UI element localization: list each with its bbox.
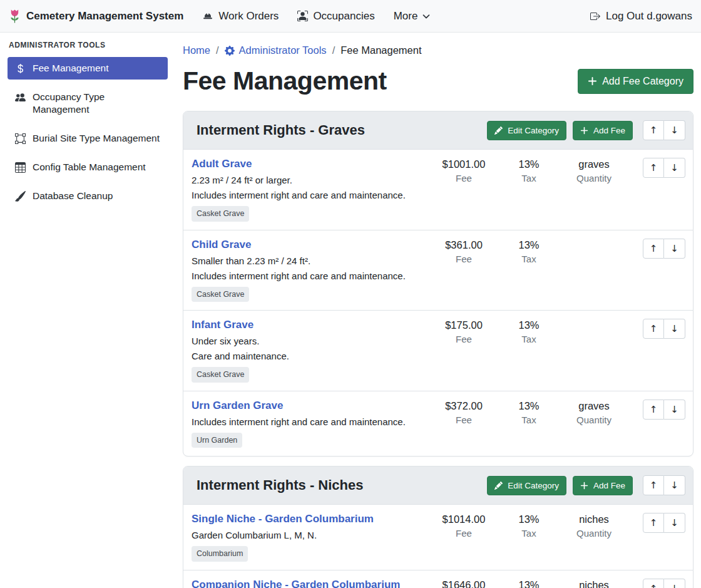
quantity-label: Quantity: [559, 528, 629, 539]
fee-amount-label: Fee: [429, 334, 499, 344]
fee-details: Single Niche - Garden Columbarium Garden…: [192, 513, 429, 562]
plus-icon: [588, 76, 597, 86]
breadcrumb-home-link[interactable]: Home: [183, 44, 210, 56]
fee-amount: $175.00: [429, 319, 499, 331]
add-fee-category-button[interactable]: Add Fee Category: [578, 69, 693, 94]
fee-amount-label: Fee: [429, 173, 499, 183]
fee-reorder-controls: ↑ ↓: [643, 158, 685, 178]
sidebar-item-label: Config Table Management: [33, 161, 146, 173]
gear-icon: [225, 46, 235, 56]
move-fee-up-button[interactable]: ↑: [643, 158, 664, 178]
nav-item-work-orders[interactable]: Work Orders: [202, 10, 279, 23]
sidebar-item-occupancy-type-management[interactable]: Occupancy Type Management: [8, 86, 168, 121]
move-category-up-button[interactable]: ↑: [643, 120, 664, 140]
fee-description: 2.23 m² / 24 ft² or larger.: [192, 173, 422, 187]
fee-description: Includes interment right and care and ma…: [192, 269, 422, 282]
add-fee-button[interactable]: Add Fee: [573, 476, 633, 495]
category-header: Interment Rights - Graves Edit Category …: [183, 111, 693, 150]
move-fee-down-button[interactable]: ↓: [664, 239, 685, 259]
add-fee-label: Add Fee: [593, 126, 625, 135]
fee-name-link[interactable]: Urn Garden Grave: [192, 400, 283, 412]
fee-reorder-controls: ↑ ↓: [643, 579, 685, 588]
tulip-logo-icon: [9, 9, 21, 24]
fee-type-badge: Columbarium: [192, 546, 248, 562]
move-fee-down-button[interactable]: ↓: [664, 513, 685, 533]
tax-column: 13% Tax: [499, 158, 559, 183]
quantity-value: graves: [559, 400, 629, 412]
arrow-up-icon: ↑: [650, 583, 658, 588]
sidebar-item-config-table-management[interactable]: Config Table Management: [8, 156, 168, 178]
tax-label: Tax: [499, 415, 559, 425]
fee-name-link[interactable]: Adult Grave: [192, 158, 252, 170]
move-fee-down-button[interactable]: ↓: [664, 400, 685, 420]
breadcrumb: Home / Administrator Tools / Fee Managem…: [183, 44, 693, 56]
fee-amount-column: $1001.00 Fee: [429, 158, 499, 183]
nav-item-more[interactable]: More: [394, 10, 431, 23]
app-brand[interactable]: Cemetery Management System: [9, 9, 183, 24]
admin-tools-sidebar: ADMINISTRATOR TOOLS Fee Management Occup…: [0, 33, 175, 222]
tax-label: Tax: [499, 334, 559, 344]
fee-amount-column: $372.00 Fee: [429, 400, 499, 425]
fee-description: Care and maintenance.: [192, 349, 422, 363]
fee-description: Garden Columbarium L, M, N.: [192, 529, 422, 542]
fee-reorder-controls: ↑ ↓: [643, 513, 685, 533]
fee-amount-column: $361.00 Fee: [429, 239, 499, 264]
sidebar-item-burial-site-type-management[interactable]: Burial Site Type Management: [8, 127, 168, 150]
fee-name-link[interactable]: Companion Niche - Garden Columbarium: [192, 579, 400, 588]
fee-name-link[interactable]: Infant Grave: [192, 319, 253, 331]
move-fee-up-button[interactable]: ↑: [643, 400, 664, 420]
breadcrumb-section-label: Administrator Tools: [239, 44, 327, 56]
nav-item-label: Occupancies: [313, 10, 374, 23]
arrow-down-icon: ↓: [670, 125, 678, 136]
fee-amount-label: Fee: [429, 528, 499, 539]
fee-reorder-controls: ↑ ↓: [643, 319, 685, 339]
move-fee-down-button[interactable]: ↓: [664, 579, 685, 588]
pencil-icon: [494, 482, 503, 490]
logout-link[interactable]: Log Out d.gowans: [590, 10, 692, 23]
move-fee-up-button[interactable]: ↑: [643, 319, 664, 339]
arrow-up-icon: ↑: [650, 323, 658, 334]
nav-item-occupancies[interactable]: Occupancies: [297, 10, 374, 23]
breadcrumb-separator: /: [332, 44, 335, 56]
fee-description: Smaller than 2.23 m² / 24 ft².: [192, 254, 422, 267]
move-fee-up-button[interactable]: ↑: [643, 579, 664, 588]
category-reorder-controls: ↑ ↓: [643, 120, 685, 140]
fee-amount-column: $1646.00 Fee: [429, 579, 499, 588]
fee-amount-label: Fee: [429, 415, 499, 425]
fee-category-card-niches: Interment Rights - Niches Edit Category …: [183, 466, 693, 588]
sidebar-item-fee-management[interactable]: Fee Management: [8, 57, 168, 80]
add-fee-button[interactable]: Add Fee: [573, 121, 633, 140]
tax-value: 13%: [499, 319, 559, 331]
move-fee-up-button[interactable]: ↑: [643, 513, 664, 533]
quantity-column: niches Quantity: [559, 579, 629, 588]
move-category-down-button[interactable]: ↓: [664, 475, 685, 495]
fee-details: Adult Grave 2.23 m² / 24 ft² or larger. …: [192, 158, 429, 222]
move-fee-down-button[interactable]: ↓: [664, 158, 685, 178]
tax-value: 13%: [499, 239, 559, 251]
breadcrumb-admin-tools-link[interactable]: Administrator Tools: [225, 44, 327, 56]
breadcrumb-home-label: Home: [183, 44, 210, 56]
sidebar-item-label: Burial Site Type Management: [33, 132, 160, 145]
arrow-down-icon: ↓: [670, 323, 678, 334]
edit-category-button[interactable]: Edit Category: [487, 476, 566, 495]
move-fee-down-button[interactable]: ↓: [664, 319, 685, 339]
move-fee-up-button[interactable]: ↑: [643, 239, 664, 259]
arrow-down-icon: ↓: [670, 162, 678, 173]
edit-category-label: Edit Category: [508, 481, 559, 490]
quantity-label: Quantity: [559, 173, 629, 183]
quantity-value: graves: [559, 158, 629, 170]
fee-name-link[interactable]: Single Niche - Garden Columbarium: [192, 513, 374, 525]
fee-row-urn-garden-grave: Urn Garden Grave Includes interment righ…: [183, 391, 693, 456]
fee-amount: $1001.00: [429, 158, 499, 170]
fee-row-single-niche: Single Niche - Garden Columbarium Garden…: [183, 505, 693, 570]
move-category-down-button[interactable]: ↓: [664, 120, 685, 140]
fee-name-link[interactable]: Child Grave: [192, 239, 251, 251]
sidebar-item-database-cleanup[interactable]: Database Cleanup: [8, 185, 168, 207]
page-layout: ADMINISTRATOR TOOLS Fee Management Occup…: [0, 33, 701, 588]
tax-column: 13% Tax: [499, 239, 559, 264]
fee-type-badge: Casket Grave: [192, 367, 249, 383]
fee-row-infant-grave: Infant Grave Under six years. Care and m…: [183, 311, 693, 391]
nav-item-label: More: [394, 10, 418, 23]
move-category-up-button[interactable]: ↑: [643, 475, 664, 495]
edit-category-button[interactable]: Edit Category: [487, 121, 566, 140]
